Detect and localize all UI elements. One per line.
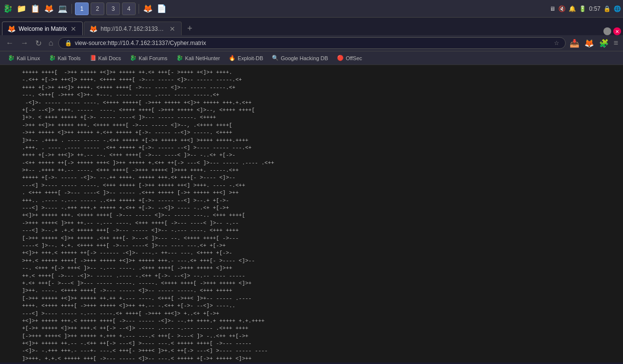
pocket-icon[interactable]: 📥 (569, 38, 580, 49)
taskbar-time: 0:57 (589, 5, 600, 12)
taskbar-terminal-icon[interactable]: 💻 (57, 3, 69, 15)
tab1-favicon: 🦊 (7, 25, 16, 33)
main-content[interactable]: +++++ ++++[ ->++ +++++ +<]>+ +++++ ++.<+… (0, 65, 623, 363)
taskbar-clipboard-icon[interactable]: 📋 (29, 3, 41, 15)
nav-bar: ← → ↻ ⌂ 🔒 ☆ 📥 🦊 🧩 ≡ (0, 35, 623, 51)
taskbar-right: 🖥 🔇 🔔 🔋 0:57 🔒 🌐 (550, 5, 621, 12)
tab-bar: 🦊 Welcome in Matrix ✕ 🦊 http://10.4.7.16… (0, 18, 623, 35)
offsec-label: OffSec (346, 55, 362, 61)
kali-forums-icon: 🐉 (130, 55, 137, 61)
bookmark-kali-nethunter[interactable]: 🐉 Kali NetHunter (172, 54, 224, 62)
taskbar-chrome-icon: 🌐 (614, 5, 621, 12)
bookmark-star-icon[interactable]: ☆ (554, 40, 559, 46)
taskbar-doc-icon[interactable]: 📄 (156, 3, 168, 15)
taskbar-files-icon[interactable]: 📁 (16, 3, 27, 15)
tab-cypher[interactable]: 🦊 http://10.4.7.162:31337/Cyph... ✕ (84, 22, 182, 35)
workspace-btn-3[interactable]: 3 (106, 2, 120, 15)
exploit-db-label: Exploit-DB (238, 55, 263, 61)
google-hacking-db-label: Google Hacking DB (281, 55, 328, 61)
browser: 🦊 Welcome in Matrix ✕ 🦊 http://10.4.7.16… (0, 18, 623, 65)
taskbar-lock-icon: 🔒 (603, 5, 611, 12)
taskbar-dragon-icon[interactable]: 🐉 (2, 3, 14, 15)
reload-btn[interactable]: ↻ (33, 38, 44, 49)
offsec-icon: 🔴 (337, 55, 344, 61)
bookmark-kali-linux[interactable]: 🐉 Kali Linux (4, 54, 44, 62)
address-input[interactable] (75, 40, 551, 46)
bookmark-kali-forums[interactable]: 🐉 Kali Forums (126, 54, 171, 62)
taskbar-battery-icon: 🔋 (579, 5, 586, 12)
taskbar-firefox2-icon[interactable]: 🦊 (142, 3, 154, 15)
workspace-btn-1[interactable]: 1 (75, 2, 89, 15)
kali-tools-icon: 🐉 (49, 55, 56, 61)
minimize-btn[interactable] (603, 27, 611, 35)
window-controls: ✕ (603, 27, 621, 35)
taskbar-separator-2 (139, 4, 139, 14)
google-hacking-db-icon: 🔍 (272, 55, 279, 61)
forward-btn[interactable]: → (19, 38, 30, 48)
bookmark-exploit-db[interactable]: 🔥 Exploit-DB (225, 54, 267, 62)
kali-linux-icon: 🐉 (8, 55, 15, 61)
taskbar-firefox-icon[interactable]: 🦊 (43, 3, 55, 15)
taskbar-sound-icon: 🔇 (558, 5, 566, 12)
kali-docs-label: Kali Docs (98, 55, 121, 61)
lock-icon: 🔒 (65, 40, 72, 46)
tab-welcome-matrix[interactable]: 🦊 Welcome in Matrix ✕ (2, 22, 83, 35)
back-btn[interactable]: ← (4, 38, 16, 48)
menu-btn[interactable]: ≡ (613, 38, 619, 48)
new-tab-btn[interactable]: + (183, 22, 196, 35)
bookmark-offsec[interactable]: 🔴 OffSec (333, 54, 366, 62)
kali-linux-label: Kali Linux (17, 55, 40, 61)
nav-right-icons: 📥 🦊 🧩 ≡ (569, 38, 619, 49)
taskbar-notification-icon: 🔔 (569, 5, 576, 12)
bookmark-kali-docs[interactable]: 📕 Kali Docs (86, 54, 125, 62)
kali-nethunter-icon: 🐉 (176, 55, 183, 61)
tab1-close-btn[interactable]: ✕ (70, 25, 77, 33)
bookmark-kali-tools[interactable]: 🐉 Kali Tools (45, 54, 85, 62)
bookmark-google-hacking-db[interactable]: 🔍 Google Hacking DB (268, 54, 332, 62)
extensions-icon[interactable]: 🧩 (598, 38, 610, 49)
home-btn[interactable]: ⌂ (47, 38, 55, 48)
kali-docs-icon: 📕 (90, 55, 96, 61)
workspace-btn-2[interactable]: 2 (91, 2, 104, 15)
exploit-db-icon: 🔥 (229, 55, 236, 61)
tab1-title: Welcome in Matrix (19, 25, 67, 32)
taskbar-monitor-icon: 🖥 (550, 5, 555, 12)
address-bar[interactable]: 🔒 ☆ (58, 37, 566, 49)
taskbar-separator (72, 4, 72, 14)
kali-forums-label: Kali Forums (139, 55, 168, 61)
workspace-btn-4[interactable]: 4 (122, 2, 136, 15)
firefox-account-icon[interactable]: 🦊 (583, 38, 595, 49)
tab2-title: http://10.4.7.162:31337/Cyph... (100, 25, 166, 32)
bookmarks-bar: 🐉 Kali Linux 🐉 Kali Tools 📕 Kali Docs 🐉 … (0, 51, 623, 65)
kali-tools-label: Kali Tools (58, 55, 81, 61)
taskbar: 🐉 📁 📋 🦊 💻 1 2 3 4 🦊 📄 🖥 🔇 🔔 🔋 0:57 🔒 🌐 (0, 0, 623, 18)
tab2-close-btn[interactable]: ✕ (168, 25, 176, 33)
close-btn[interactable]: ✕ (613, 27, 621, 35)
kali-nethunter-label: Kali NetHunter (185, 55, 220, 61)
tab2-favicon: 🦊 (89, 25, 97, 33)
